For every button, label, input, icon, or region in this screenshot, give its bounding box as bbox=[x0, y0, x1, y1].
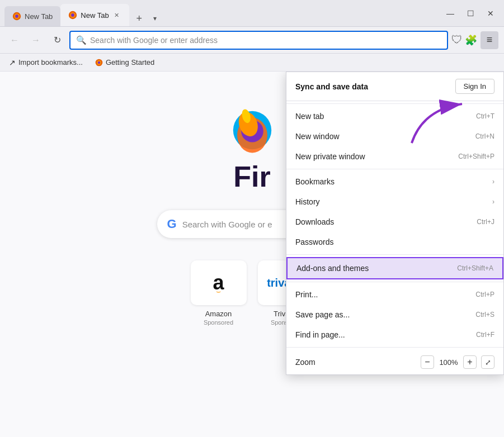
address-bar[interactable]: 🔍 Search with Google or enter address bbox=[69, 31, 448, 50]
print-shortcut: Ctrl+P bbox=[475, 291, 494, 298]
new-window-shortcut: Ctrl+N bbox=[475, 132, 494, 140]
zoom-value: 100% bbox=[439, 358, 459, 367]
menu-item-downloads[interactable]: Downloads Ctrl+J bbox=[286, 212, 503, 232]
extensions-area: 🛡 🧩 bbox=[451, 34, 477, 46]
menu-item-bookmarks[interactable]: Bookmarks › bbox=[286, 172, 503, 192]
divider-3 bbox=[286, 282, 503, 282]
svg-point-2 bbox=[15, 15, 18, 18]
menu-item-new-tab[interactable]: New tab Ctrl+T bbox=[286, 106, 503, 126]
find-shortcut: Ctrl+F bbox=[476, 331, 494, 339]
menu-item-history[interactable]: History › bbox=[286, 192, 503, 212]
tab-inactive-label: New Tab bbox=[25, 12, 53, 21]
new-tab-label: New tab bbox=[295, 112, 324, 121]
tab-active-label: New Tab bbox=[81, 11, 109, 20]
new-tab-shortcut: Ctrl+T bbox=[476, 112, 494, 120]
history-arrow: › bbox=[492, 198, 494, 206]
search-icon: 🔍 bbox=[76, 35, 87, 45]
firefox-logo bbox=[227, 105, 277, 155]
menu-item-addons[interactable]: Add-ons and themes Ctrl+Shift+A bbox=[286, 257, 503, 279]
svg-point-5 bbox=[71, 13, 74, 17]
extensions-icon: 🧩 bbox=[465, 34, 477, 46]
title-bar: New Tab New Tab ✕ + ▾ — ☐ ✕ bbox=[0, 0, 504, 27]
zoom-out-button[interactable]: − bbox=[421, 355, 434, 369]
tab-scroll-button[interactable]: ▾ bbox=[147, 11, 163, 26]
hamburger-menu-button[interactable]: ≡ bbox=[481, 31, 498, 49]
zoom-label: Zoom bbox=[295, 358, 315, 367]
firefox-icon-inactive bbox=[12, 12, 21, 21]
addons-shortcut: Ctrl+Shift+A bbox=[457, 264, 493, 272]
svg-point-8 bbox=[98, 61, 100, 63]
amazon-tile[interactable]: a ⌣ bbox=[191, 260, 247, 305]
tab-strip: New Tab New Tab ✕ + ▾ bbox=[4, 0, 439, 26]
new-private-window-label: New private window bbox=[295, 152, 365, 161]
new-window-label: New window bbox=[295, 132, 340, 141]
sign-in-button[interactable]: Sign In bbox=[455, 79, 494, 94]
new-private-window-shortcut: Ctrl+Shift+P bbox=[458, 153, 494, 160]
save-page-label: Save page as... bbox=[295, 310, 350, 319]
menu-item-new-window[interactable]: New window Ctrl+N bbox=[286, 126, 503, 146]
page-content: Fir G Search with Google or e a ⌣ Amazon… bbox=[0, 72, 504, 437]
history-label: History bbox=[295, 197, 320, 206]
amazon-sublabel: Sponsored bbox=[204, 319, 233, 326]
menu-item-find[interactable]: Find in page... Ctrl+F bbox=[286, 325, 503, 345]
menu-item-zoom: Zoom − 100% + ⤢ bbox=[286, 350, 503, 374]
divider-1 bbox=[286, 169, 503, 169]
shield-icon: 🛡 bbox=[451, 34, 463, 46]
reload-button[interactable]: ↻ bbox=[48, 31, 66, 49]
import-icon: ↗ bbox=[9, 58, 16, 67]
shortcut-amazon[interactable]: a ⌣ Amazon Sponsored bbox=[191, 260, 247, 326]
import-bookmarks-label: Import bookmarks... bbox=[18, 58, 83, 66]
menu-item-print[interactable]: Print... Ctrl+P bbox=[286, 284, 503, 305]
amazon-label: Amazon bbox=[205, 310, 232, 318]
downloads-label: Downloads bbox=[295, 217, 334, 226]
address-text: Search with Google or enter address bbox=[90, 36, 441, 45]
import-bookmarks-item[interactable]: ↗ Import bookmarks... bbox=[6, 56, 86, 69]
forward-button[interactable]: → bbox=[27, 31, 45, 49]
zoom-controls: − 100% + ⤢ bbox=[421, 355, 494, 369]
divider-4 bbox=[286, 347, 503, 348]
add-tab-button[interactable]: + bbox=[131, 11, 147, 26]
tab-close-button[interactable]: ✕ bbox=[112, 11, 121, 20]
firefox-title-partial: Fir bbox=[233, 160, 270, 193]
find-label: Find in page... bbox=[295, 330, 345, 339]
sync-label: Sync and save data bbox=[295, 82, 368, 91]
sync-section: Sync and save data Sign In bbox=[286, 72, 503, 101]
tab-active[interactable]: New Tab ✕ bbox=[60, 4, 129, 26]
print-label: Print... bbox=[295, 290, 318, 299]
getting-started-label: Getting Started bbox=[106, 58, 154, 66]
minimize-button[interactable]: — bbox=[441, 4, 459, 22]
save-page-shortcut: Ctrl+S bbox=[475, 311, 494, 319]
nav-bar: ← → ↻ 🔍 Search with Google or enter addr… bbox=[0, 27, 504, 54]
passwords-label: Passwords bbox=[295, 238, 333, 246]
getting-started-item[interactable]: Getting Started bbox=[92, 56, 158, 68]
zoom-fullscreen-button[interactable]: ⤢ bbox=[481, 355, 494, 369]
google-search-placeholder: Search with Google or e bbox=[182, 220, 272, 229]
menu-item-passwords[interactable]: Passwords bbox=[286, 232, 503, 252]
menu-item-save-page[interactable]: Save page as... Ctrl+S bbox=[286, 305, 503, 325]
bookmarks-bar: ↗ Import bookmarks... Getting Started bbox=[0, 54, 504, 72]
bookmarks-arrow: › bbox=[492, 178, 494, 186]
maximize-button[interactable]: ☐ bbox=[461, 4, 479, 22]
google-g-icon: G bbox=[167, 217, 177, 231]
divider-after-sync bbox=[286, 103, 503, 104]
addons-label: Add-ons and themes bbox=[296, 264, 369, 273]
divider-2 bbox=[286, 254, 503, 255]
firefox-icon-active bbox=[68, 11, 77, 20]
firefox-bookmark-icon bbox=[95, 59, 103, 66]
back-button[interactable]: ← bbox=[6, 31, 23, 49]
zoom-in-button[interactable]: + bbox=[463, 355, 477, 369]
downloads-shortcut: Ctrl+J bbox=[477, 218, 494, 226]
menu-item-new-private-window[interactable]: New private window Ctrl+Shift+P bbox=[286, 146, 503, 167]
dropdown-menu: Sync and save data Sign In New tab Ctrl+… bbox=[286, 72, 504, 375]
tab-inactive[interactable]: New Tab bbox=[4, 6, 60, 26]
window-controls: — ☐ ✕ bbox=[441, 4, 500, 22]
bookmarks-label: Bookmarks bbox=[295, 177, 335, 186]
close-button[interactable]: ✕ bbox=[482, 4, 500, 22]
